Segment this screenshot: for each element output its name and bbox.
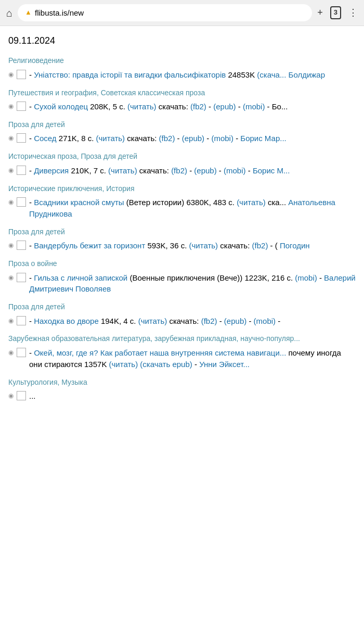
book-checkbox-8[interactable] [17, 316, 26, 325]
book-info-5: - Всадники красной смуты (Ветер истории)… [29, 197, 356, 220]
book-title-3[interactable]: Сосед [34, 134, 56, 143]
fb2-link-6[interactable]: (fb2) [252, 241, 268, 250]
add-tab-button[interactable]: + [317, 6, 323, 19]
bullet-6: ◉ [8, 241, 14, 250]
book-meta-7: 1223K, 216 с. [244, 273, 295, 282]
home-button[interactable]: ⌂ [6, 6, 12, 20]
bullet-9: ◉ [8, 348, 14, 357]
fb2-link-4[interactable]: (fb2) [171, 166, 187, 175]
category-label-2: Путешествия и география, Советская класс… [8, 88, 356, 98]
book-info-4: - Диверсия 210K, 7 с. (читать) скачать: … [29, 165, 356, 176]
book-checkbox-3[interactable] [17, 133, 26, 143]
sep-4b: - [219, 166, 224, 175]
tab-count[interactable]: 3 [330, 6, 341, 19]
bullet-5: ◉ [8, 198, 14, 207]
browser-actions: + 3 ⋮ [317, 6, 358, 19]
category-label-8: Проза для детей [8, 302, 356, 312]
book-info-9: - Окей, мозг, где я? Как работает наша в… [29, 347, 356, 370]
book-title-8[interactable]: Находка во дворе [34, 317, 99, 325]
category-label-9: Зарубежная образовательная литература, з… [8, 334, 356, 344]
book-checkbox-2[interactable] [17, 102, 26, 111]
book-row-2: ◉ - Сухой колодец 208K, 5 с. (читать) ск… [8, 101, 356, 112]
fb2-link-2[interactable]: (fb2) [190, 102, 206, 111]
download-label-2: скачать: [159, 102, 190, 111]
read-link-2[interactable]: (читать) [127, 102, 157, 111]
read-link-5[interactable]: (читать) [237, 198, 266, 207]
menu-button[interactable]: ⋮ [348, 6, 358, 19]
book-title-5[interactable]: Всадники красной смуты [34, 198, 124, 207]
sep-8a: - [219, 317, 224, 325]
epub-link-4[interactable]: (epub) [194, 166, 216, 175]
mobi-link-2[interactable]: (mobi) [243, 102, 265, 111]
epub-download-link-9[interactable]: (скачать epub) [140, 360, 192, 369]
book-checkbox-9[interactable] [17, 348, 26, 357]
book-row-5: ◉ - Всадники красной смуты (Ветер истори… [8, 197, 356, 220]
book-title-7[interactable]: Гильза с личной запиской [34, 273, 127, 282]
book-info-3: - Сосед 271K, 8 с. (читать) скачать: (fb… [29, 133, 356, 144]
fb2-link-8[interactable]: (fb2) [201, 317, 217, 325]
download-link-1[interactable]: (скача... [257, 70, 286, 79]
book-row-8: ◉ - Находка во дворе 194K, 4 с. (читать)… [8, 316, 356, 327]
mobi-link-8[interactable]: (mobi) [254, 317, 276, 325]
category-section-3: Проза для детей ◉ - Сосед 271K, 8 с. (чи… [8, 120, 356, 144]
fb2-link-3[interactable]: (fb2) [159, 134, 175, 143]
category-section-6: Проза для детей ◉ - Вандербуль бежит за … [8, 227, 356, 251]
epub-link-3[interactable]: (epub) [182, 134, 204, 143]
book-title-9[interactable]: Окей, мозг, где я? Как работает наша вну… [34, 348, 286, 357]
category-label-5: Исторические приключения, История [8, 184, 356, 194]
book-checkbox-1[interactable] [17, 70, 26, 79]
book-author-3[interactable]: Борис Мар... [240, 134, 286, 143]
book-row-3: ◉ - Сосед 271K, 8 с. (читать) скачать: (… [8, 133, 356, 144]
bullet-7: ◉ [8, 273, 14, 282]
read-link-9[interactable]: (читать) [109, 360, 138, 369]
book-row-1: ◉ - Уніатство: правда історії та вигадки… [8, 69, 356, 81]
book-author-4[interactable]: Борис М... [253, 166, 290, 175]
book-info-1: - Уніатство: правда історії та вигадки ф… [29, 69, 356, 81]
book-row-10: ◉ ... [8, 390, 356, 402]
category-section-7: Проза о войне ◉ - Гильза с личной записк… [8, 259, 356, 295]
book-checkbox-6[interactable] [17, 241, 26, 250]
bullet-1: ◉ [8, 70, 14, 79]
book-checkbox-7[interactable] [17, 273, 26, 282]
book-title-4[interactable]: Диверсия [34, 166, 69, 175]
sep-9b: - [194, 360, 199, 369]
book-row-6: ◉ - Вандербуль бежит за горизонт 593K, 3… [8, 240, 356, 251]
page-date: 09.11.2024 [8, 34, 356, 47]
book-title-1[interactable]: Уніатство: правда історії та вигадки фал… [34, 70, 226, 79]
book-meta-10: ... [29, 392, 36, 400]
category-section-9: Зарубежная образовательная литература, з… [8, 334, 356, 370]
mobi-link-4[interactable]: (mobi) [224, 166, 246, 175]
warning-icon: ▲ [25, 8, 32, 17]
book-meta-1: 24853K [228, 70, 257, 79]
read-link-3[interactable]: (читать) [96, 134, 125, 143]
address-bar[interactable]: ▲ flibusta.is/new [18, 4, 312, 21]
book-row-4: ◉ - Диверсия 210K, 7 с. (читать) скачать… [8, 165, 356, 176]
mobi-link-3[interactable]: (mobi) [211, 134, 233, 143]
category-section-8: Проза для детей ◉ - Находка во дворе 194… [8, 302, 356, 326]
book-title-2[interactable]: Сухой колодец [34, 102, 88, 111]
read-link-4[interactable]: (читать) [108, 166, 137, 175]
book-checkbox-10[interactable] [17, 391, 26, 400]
category-label-7: Проза о войне [8, 259, 356, 269]
read-link-6[interactable]: (читать) [189, 241, 218, 250]
book-meta-2: 208K, 5 с. [90, 102, 127, 111]
epub-link-2[interactable]: (epub) [213, 102, 236, 111]
book-meta-4: 210K, 7 с. [71, 166, 108, 175]
book-author-9[interactable]: Унни Эйксет... [199, 360, 250, 369]
book-checkbox-5[interactable] [17, 197, 26, 207]
category-label-1: Религиоведение [8, 56, 356, 66]
book-title-6[interactable]: Вандербуль бежит за горизонт [34, 241, 145, 250]
address-text: flibusta.is/new [35, 7, 84, 18]
sep-2b: - [238, 102, 243, 111]
book-checkbox-4[interactable] [17, 166, 26, 175]
mobi-link-7[interactable]: (mobi) [295, 273, 317, 282]
download-label-5: ска... [268, 198, 286, 207]
sep-7: - [319, 273, 324, 282]
book-info-6: - Вандербуль бежит за горизонт 593K, 36 … [29, 240, 356, 251]
read-link-8[interactable]: (читать) [138, 317, 167, 325]
epub-link-8[interactable]: (epub) [224, 317, 246, 325]
book-author-1[interactable]: Болдижар [289, 70, 325, 79]
sep-8b: - [249, 317, 253, 325]
category-section-1: Религиоведение ◉ - Уніатство: правда іст… [8, 56, 356, 80]
book-author-6[interactable]: Погодин [280, 241, 310, 250]
